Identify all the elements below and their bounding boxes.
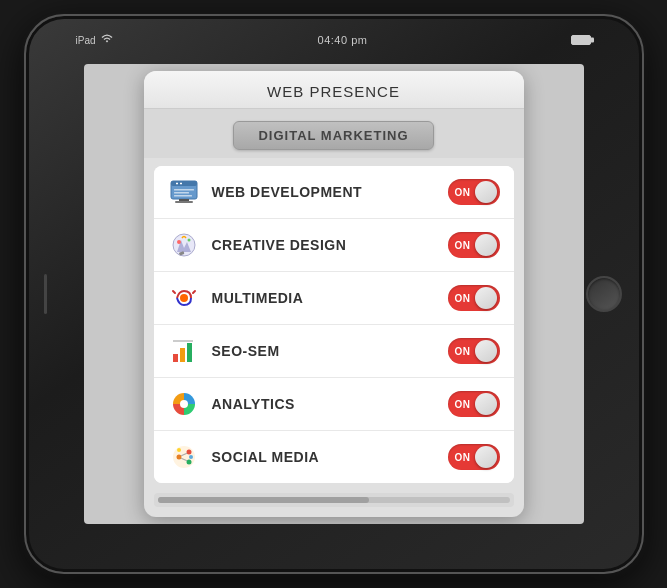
svg-rect-1 (171, 181, 197, 186)
status-bar: iPad 04:40 pm (76, 34, 592, 46)
social-media-label: SOCIAL MEDIA (212, 449, 436, 465)
dialog-container: WEB PRESENCE DIGITAL MARKETING (144, 71, 524, 517)
creative-design-label: CREATIVE DESIGN (212, 237, 436, 253)
toggle-knob (475, 340, 497, 362)
seo-sem-icon (168, 335, 200, 367)
toggle-on-text: ON (455, 293, 471, 304)
toggle-on-text: ON (455, 399, 471, 410)
digital-marketing-button[interactable]: DIGITAL MARKETING (233, 121, 433, 150)
svg-point-26 (186, 460, 191, 465)
svg-rect-17 (173, 354, 178, 362)
social-media-toggle[interactable]: ON (448, 444, 500, 470)
dialog-title-bar: WEB PRESENCE (144, 71, 524, 109)
svg-point-24 (176, 455, 181, 460)
side-button[interactable] (44, 274, 47, 314)
multimedia-label: MULTIMEDIA (212, 290, 436, 306)
list-item: SEO-SEM ON (154, 325, 514, 378)
svg-point-25 (186, 450, 191, 455)
toggle-on-text: ON (455, 346, 471, 357)
list-item: WEB DEVELOPMENT ON (154, 166, 514, 219)
dialog-list: WEB DEVELOPMENT ON (154, 166, 514, 483)
list-item: ANALYTICS ON (154, 378, 514, 431)
toggle-knob (475, 234, 497, 256)
analytics-icon (168, 388, 200, 420)
seo-sem-label: SEO-SEM (212, 343, 436, 359)
scrollbar-track (158, 497, 510, 503)
svg-rect-4 (174, 189, 194, 191)
battery-icon (571, 35, 591, 45)
svg-line-16 (193, 291, 195, 293)
status-right (571, 35, 591, 45)
analytics-label: ANALYTICS (212, 396, 436, 412)
svg-rect-18 (180, 348, 185, 362)
svg-rect-5 (174, 192, 189, 194)
list-item: CREATIVE DESIGN ON (154, 219, 514, 272)
seo-sem-toggle[interactable]: ON (448, 338, 500, 364)
status-time: 04:40 pm (318, 34, 368, 46)
toggle-knob (475, 287, 497, 309)
social-media-icon (168, 441, 200, 473)
svg-line-15 (173, 291, 175, 293)
svg-point-10 (177, 240, 181, 244)
scrollbar-thumb (158, 497, 369, 503)
list-item: SOCIAL MEDIA ON (154, 431, 514, 483)
creative-design-icon (168, 229, 200, 261)
svg-rect-19 (187, 343, 192, 362)
toggle-knob (475, 393, 497, 415)
analytics-toggle[interactable]: ON (448, 391, 500, 417)
svg-point-14 (180, 294, 188, 302)
home-button[interactable] (586, 276, 622, 312)
svg-point-29 (177, 448, 181, 452)
web-development-icon (168, 176, 200, 208)
svg-rect-7 (179, 199, 189, 201)
creative-design-toggle[interactable]: ON (448, 232, 500, 258)
device-name-label: iPad (76, 35, 96, 46)
toggle-on-text: ON (455, 452, 471, 463)
status-left: iPad (76, 34, 114, 46)
ipad-screen: WEB PRESENCE DIGITAL MARKETING (84, 64, 584, 524)
svg-point-30 (189, 455, 193, 459)
svg-rect-6 (174, 195, 192, 197)
svg-rect-8 (175, 201, 193, 203)
wifi-icon (100, 34, 114, 46)
web-development-toggle[interactable]: ON (448, 179, 500, 205)
ipad-frame: iPad 04:40 pm WEB PRESENCE D (24, 14, 644, 574)
dialog-subtitle-row: DIGITAL MARKETING (144, 109, 524, 158)
toggle-on-text: ON (455, 240, 471, 251)
multimedia-icon (168, 282, 200, 314)
multimedia-toggle[interactable]: ON (448, 285, 500, 311)
dialog-title: WEB PRESENCE (160, 83, 508, 100)
list-item: MULTIMEDIA ON (154, 272, 514, 325)
toggle-on-text: ON (455, 187, 471, 198)
toggle-knob (475, 181, 497, 203)
web-development-label: WEB DEVELOPMENT (212, 184, 436, 200)
svg-point-11 (187, 239, 190, 242)
dialog-footer-scrollbar[interactable] (154, 493, 514, 507)
svg-point-22 (180, 400, 188, 408)
toggle-knob (475, 446, 497, 468)
